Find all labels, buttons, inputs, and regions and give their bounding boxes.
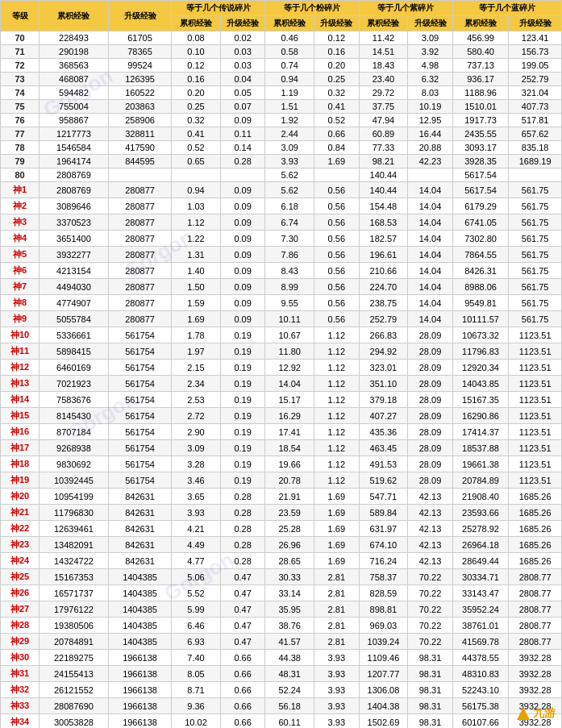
table-cell: 737.13 xyxy=(452,59,508,73)
table-cell: 56175.38 xyxy=(452,698,508,714)
table-cell: 14.04 xyxy=(408,198,453,214)
table-cell: 44.38 xyxy=(265,650,314,666)
table-cell: 368563 xyxy=(40,59,109,73)
table-cell: 199.05 xyxy=(509,59,562,73)
table-cell xyxy=(408,168,453,182)
table-cell: 1123.51 xyxy=(509,456,562,472)
table-cell: 3.09 xyxy=(265,141,314,155)
table-cell: 3932.28 xyxy=(509,666,562,682)
table-cell: 70.22 xyxy=(408,601,453,618)
table-cell: 5.62 xyxy=(265,182,314,198)
table-cell: 0.47 xyxy=(220,618,265,634)
table-cell: 2.81 xyxy=(314,585,360,601)
table-cell: 5336661 xyxy=(40,327,109,343)
table-cell: 0.52 xyxy=(314,114,360,127)
table-cell: 42.13 xyxy=(408,521,453,537)
table-cell: 5617.54 xyxy=(452,182,508,198)
table-cell: 12920.34 xyxy=(452,360,508,376)
table-cell: 23.59 xyxy=(265,505,314,521)
table-cell: 16571737 xyxy=(40,585,109,601)
table-cell: 674.10 xyxy=(359,537,408,553)
table-cell: 神11 xyxy=(1,343,40,360)
table-cell: 0.65 xyxy=(172,155,221,168)
table-cell: 1.12 xyxy=(314,343,360,360)
table-cell: 神6 xyxy=(1,263,40,279)
table-cell: 969.03 xyxy=(359,618,408,634)
table-row: 神332808769019661389.360.6656.183.931404.… xyxy=(1,698,562,714)
table-cell: 0.74 xyxy=(265,59,314,73)
table-cell: 神27 xyxy=(1,601,40,618)
table-cell: 1.12 xyxy=(314,360,360,376)
table-cell: 1.19 xyxy=(265,86,314,100)
table-cell: 1502.69 xyxy=(359,714,408,729)
table-cell: 0.47 xyxy=(220,634,265,650)
table-cell: 48310.83 xyxy=(452,666,508,682)
table-cell: 1.97 xyxy=(172,343,221,360)
table-row: 8028087695.62140.445617.54 xyxy=(1,168,562,182)
table-cell: 28.09 xyxy=(408,424,453,440)
table-cell: 21.91 xyxy=(265,489,314,505)
table-cell: 958867 xyxy=(40,114,109,127)
table-cell: 3651400 xyxy=(40,231,109,247)
table-cell: 21908.40 xyxy=(452,489,508,505)
table-cell: 0.47 xyxy=(220,601,265,618)
col-purple-up: 升级经验 xyxy=(408,16,453,31)
table-cell: 1.12 xyxy=(314,472,360,489)
table-cell: 56.18 xyxy=(265,698,314,714)
table-cell: 2.81 xyxy=(314,618,360,634)
table-cell: 10111.57 xyxy=(452,311,508,327)
table-cell: 28.09 xyxy=(408,440,453,456)
table-cell: 15.17 xyxy=(265,392,314,408)
table-cell: 0.66 xyxy=(220,650,265,666)
table-cell: 0.47 xyxy=(220,569,265,585)
table-cell: 3.09 xyxy=(408,31,453,45)
table-cell: 9549.81 xyxy=(452,295,508,311)
table-row: 神230896462808771.030.096.180.56154.4814.… xyxy=(1,198,562,214)
table-cell: 0.94 xyxy=(172,182,221,198)
table-cell: 0.84 xyxy=(314,141,360,155)
table-cell: 1217773 xyxy=(40,127,109,141)
table-cell: 16290.86 xyxy=(452,408,508,424)
table-row: 神1264601695617542.150.1912.921.12323.012… xyxy=(1,360,562,376)
table-cell: 20784.89 xyxy=(452,472,508,489)
table-cell: 3.09 xyxy=(172,440,221,456)
table-cell: 13482091 xyxy=(40,537,109,553)
table-cell: 0.32 xyxy=(172,114,221,127)
table-cell: 10954199 xyxy=(40,489,109,505)
table-cell: 228493 xyxy=(40,31,109,45)
table-cell: 1689.19 xyxy=(509,155,562,168)
table-cell: 神1 xyxy=(1,182,40,198)
table-row: 745944821605220.200.051.190.3229.728.031… xyxy=(1,86,562,100)
table-cell: 561.75 xyxy=(509,231,562,247)
table-cell: 11796.83 xyxy=(452,343,508,360)
table-cell: 280877 xyxy=(108,279,171,295)
table-cell: 0.66 xyxy=(220,714,265,729)
table-cell: 561.75 xyxy=(509,214,562,231)
table-cell: 0.20 xyxy=(172,86,221,100)
table-cell: 561754 xyxy=(108,376,171,392)
table-cell: 6.74 xyxy=(265,214,314,231)
table-cell: 280877 xyxy=(108,231,171,247)
table-cell: 0.16 xyxy=(172,73,221,86)
table-cell: 280877 xyxy=(108,182,171,198)
table-cell: 9268938 xyxy=(40,440,109,456)
table-cell: 294.92 xyxy=(359,343,408,360)
table-cell: 1123.51 xyxy=(509,392,562,408)
table-cell: 758.37 xyxy=(359,569,408,585)
table-cell: 321.04 xyxy=(509,86,562,100)
table-cell: 3.93 xyxy=(314,698,360,714)
table-row: 71290198783650.100.030.580.1614.513.9258… xyxy=(1,45,562,59)
table-cell: 60.89 xyxy=(359,127,408,141)
table-cell: 2808.77 xyxy=(509,618,562,634)
table-cell: 神34 xyxy=(1,714,40,729)
table-cell: 2.81 xyxy=(314,569,360,585)
table-cell: 10.19 xyxy=(408,100,453,114)
table-cell: 456.99 xyxy=(452,31,508,45)
table-cell: 2.81 xyxy=(314,601,360,618)
logo-icon xyxy=(515,705,531,722)
table-cell: 神33 xyxy=(1,698,40,714)
table-cell: 0.94 xyxy=(265,73,314,86)
table-cell: 17.41 xyxy=(265,424,314,440)
table-cell: 28.09 xyxy=(408,376,453,392)
table-cell: 561754 xyxy=(108,343,171,360)
